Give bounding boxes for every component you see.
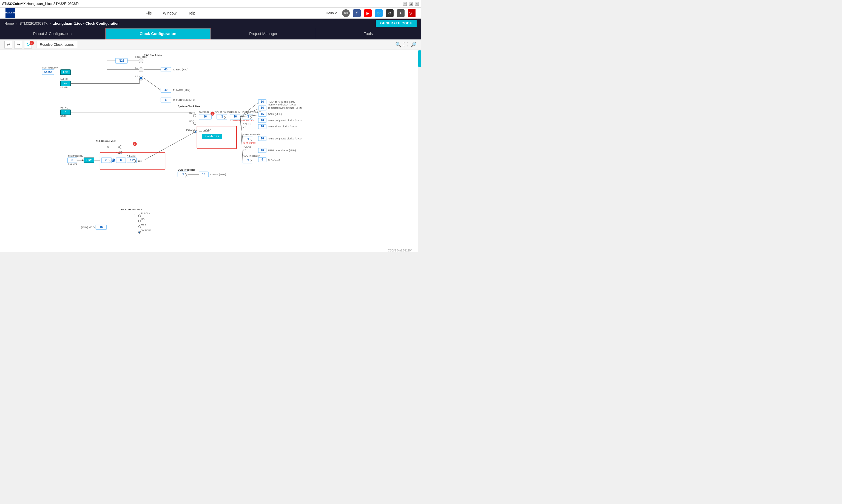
svg-text:LSI RC: LSI RC — [60, 78, 68, 80]
help-menu[interactable]: Help — [188, 11, 195, 15]
tab-pinout[interactable]: Pinout & Configuration — [0, 28, 105, 39]
facebook-icon[interactable]: f — [353, 9, 361, 17]
svg-text:40: 40 — [164, 68, 168, 71]
svg-text:APB1 Timer clocks (MHz): APB1 Timer clocks (MHz) — [268, 125, 297, 128]
breadcrumb-bar: Home › STM32F103C8Tx › zhongduan_1.ioc -… — [0, 19, 421, 28]
svg-text:Enable CSS: Enable CSS — [205, 135, 219, 138]
refresh-container: ↻ 1 — [24, 41, 34, 49]
svg-text:HCLK (MHz): HCLK (MHz) — [230, 111, 245, 113]
logo-icon: STM32 CubeMX — [5, 8, 15, 18]
svg-point-137 — [112, 159, 114, 161]
svg-point-49 — [193, 122, 196, 125]
svg-text:16: 16 — [261, 137, 264, 140]
svg-text:(MHz) MCO: (MHz) MCO — [81, 226, 94, 229]
twitter-icon[interactable]: 🐦 — [375, 9, 383, 17]
svg-text:8: 8 — [262, 158, 263, 161]
svg-text:*PLLMul: *PLLMul — [127, 155, 135, 157]
svg-text:/2: /2 — [133, 213, 135, 216]
zoom-in-icon[interactable]: 🔍 — [395, 42, 401, 48]
svg-text:PCLK2: PCLK2 — [243, 145, 251, 148]
svg-text:HSI RC: HSI RC — [60, 107, 68, 109]
tab-project[interactable]: Project Manager — [211, 28, 316, 39]
svg-point-47 — [193, 114, 196, 117]
svg-text:/1: /1 — [221, 115, 223, 118]
svg-text:HSI: HSI — [189, 111, 193, 114]
github-icon[interactable]: ⚙ — [386, 9, 393, 17]
generate-code-button[interactable]: GENERATE CODE — [376, 20, 417, 27]
tab-clock[interactable]: Clock Configuration — [105, 28, 211, 39]
svg-text:/1: /1 — [247, 115, 249, 118]
svg-point-157 — [138, 220, 141, 222]
svg-text:HCLK to AHB bus, core,: HCLK to AHB bus, core, — [268, 101, 295, 103]
window-menu[interactable]: Window — [163, 11, 176, 15]
resolve-clock-button[interactable]: Resolve Clock Issues — [36, 41, 77, 48]
undo-button[interactable]: ↩ — [4, 41, 12, 49]
youtube-icon[interactable]: ▶ — [364, 9, 372, 17]
menu-right: Hello 21 10+ f ▶ 🐦 ⚙ ✦ ST — [326, 9, 416, 17]
svg-text:PLL: PLL — [138, 160, 143, 163]
svg-text:16: 16 — [261, 112, 264, 115]
svg-text:To ADC1,2: To ADC1,2 — [268, 158, 280, 161]
svg-text:/1: /1 — [182, 173, 184, 176]
svg-text:32.768: 32.768 — [43, 70, 52, 73]
logo: STM32 CubeMX — [5, 8, 15, 18]
svg-point-159 — [138, 226, 141, 228]
svg-text:36 MHz max: 36 MHz max — [243, 120, 256, 122]
svg-text:To IWDG (KHz): To IWDG (KHz) — [173, 89, 190, 91]
svg-text:memory and DMA (MHz): memory and DMA (MHz) — [268, 103, 296, 106]
svg-text:8: 8 — [72, 159, 73, 162]
svg-point-9 — [139, 67, 143, 72]
svg-text:HSE: HSE — [86, 159, 91, 162]
svg-text:To Cortex System timer (MHz): To Cortex System timer (MHz) — [268, 107, 302, 109]
fit-icon[interactable]: ⛶ — [403, 42, 408, 48]
redo-button[interactable]: ↪ — [14, 41, 22, 49]
svg-text:APB1 Prescaler: APB1 Prescaler — [243, 111, 261, 113]
svg-text:HSE: HSE — [141, 223, 146, 226]
file-menu[interactable]: File — [146, 11, 152, 15]
svg-point-155 — [138, 215, 141, 217]
svg-text:PCLK1: PCLK1 — [243, 123, 251, 125]
svg-text:8: 8 — [65, 111, 66, 114]
st-icon: ST — [408, 9, 416, 17]
svg-text:16: 16 — [261, 119, 264, 122]
svg-text:X 1: X 1 — [243, 149, 247, 151]
svg-text:ADC Prescaler: ADC Prescaler — [243, 155, 260, 157]
svg-text:/2: /2 — [247, 159, 249, 162]
svg-text:16: 16 — [261, 106, 264, 109]
close-button[interactable]: ✕ — [415, 2, 419, 6]
svg-text:16: 16 — [204, 115, 207, 118]
scrollbar-thumb[interactable] — [418, 50, 421, 67]
svg-text:40: 40 — [164, 89, 168, 91]
status-bar: CS6#1 0m2.591194 — [388, 249, 412, 252]
svg-text:X 2: X 2 — [130, 159, 134, 162]
svg-text:16: 16 — [261, 100, 264, 103]
network-icon[interactable]: ✦ — [397, 9, 405, 17]
maximize-button[interactable]: □ — [409, 2, 413, 6]
svg-text:2: 2 — [212, 112, 213, 115]
svg-text:PLLCLK: PLLCLK — [202, 128, 211, 131]
version-icon: 10+ — [342, 9, 350, 17]
breadcrumb-chip[interactable]: STM32F103C8Tx — [19, 21, 48, 25]
svg-text:APB1 peripheral clocks (MHz): APB1 peripheral clocks (MHz) — [268, 119, 302, 122]
breadcrumb-home[interactable]: Home — [4, 21, 14, 25]
breadcrumb-file[interactable]: zhongduan_1.ioc - Clock Configuration — [53, 21, 120, 25]
svg-point-13 — [140, 77, 142, 79]
svg-text:HSE_RTC: HSE_RTC — [135, 56, 147, 58]
tab-bar: Pinout & Configuration Clock Configurati… — [0, 28, 421, 39]
user-greeting: Hello 21 — [326, 11, 339, 15]
svg-text:16: 16 — [261, 125, 264, 128]
tab-tools[interactable]: Tools — [316, 28, 421, 39]
scrollbar[interactable] — [418, 50, 421, 252]
svg-text:APB2 Prescaler: APB2 Prescaler — [243, 133, 261, 136]
zoom-out-icon[interactable]: 🔎 — [410, 42, 417, 48]
svg-text:16: 16 — [202, 173, 206, 176]
breadcrumb-sep-2: › — [50, 21, 51, 25]
svg-text:16: 16 — [233, 115, 237, 118]
minimize-button[interactable]: ─ — [403, 2, 407, 6]
window-title: STM32CubeMX zhongduan_1.ioc: STM32F103C8… — [2, 2, 79, 6]
svg-text:SYSCLK: SYSCLK — [141, 229, 151, 232]
menu-bar: STM32 CubeMX File Window Help Hello 21 1… — [0, 8, 421, 19]
svg-text:USB Prescaler: USB Prescaler — [178, 168, 195, 171]
svg-text:FCLK (MHz): FCLK (MHz) — [268, 113, 282, 115]
svg-text:16: 16 — [100, 226, 103, 229]
